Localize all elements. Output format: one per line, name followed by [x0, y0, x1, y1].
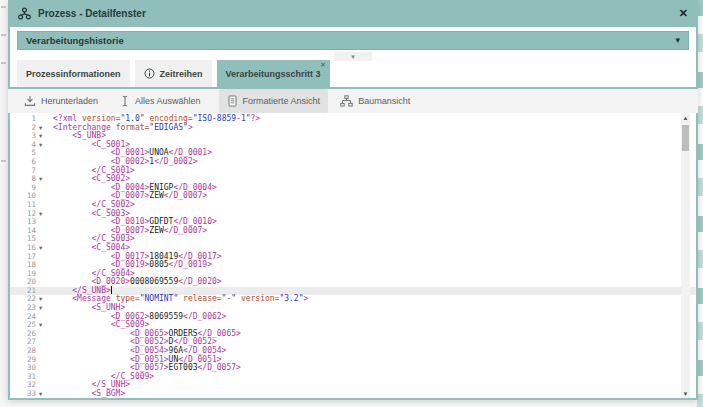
- dialog-title: Prozess - Detailfenster: [38, 8, 146, 19]
- download-icon: [24, 95, 36, 107]
- editor-scrollbar[interactable]: ▲ ▼: [681, 113, 690, 398]
- dialog-titlebar: Prozess - Detailfenster ✕: [8, 0, 698, 27]
- tree-icon: [340, 95, 353, 107]
- button-label: Formatierte Ansicht: [243, 96, 321, 106]
- fold-arrow-icon[interactable]: ▾: [36, 244, 50, 253]
- tab-label: Verarbeitungsschritt 3: [226, 69, 321, 79]
- button-label: Baumansicht: [358, 96, 410, 106]
- select-all-button[interactable]: Alles Auswählen: [112, 89, 209, 113]
- toolbar: Herunterladen Alles Auswählen Formatiert…: [8, 89, 698, 113]
- history-section-label: Verarbeitungshistorie: [26, 35, 124, 46]
- tab-strip: Prozessinformationen Zeitreihen Verarbei…: [17, 60, 330, 87]
- tab-label: Prozessinformationen: [26, 69, 121, 79]
- process-network-icon: [18, 7, 31, 20]
- fold-arrow-icon[interactable]: ▾: [36, 124, 50, 133]
- verarbeitungshistorie-header[interactable]: Verarbeitungshistorie ▾: [17, 31, 689, 50]
- process-detail-dialog: Prozess - Detailfenster ✕ Verarbeitungsh…: [8, 0, 698, 400]
- fold-arrow-icon[interactable]: ▾: [36, 210, 50, 219]
- tab-zeitreihen[interactable]: Zeitreihen: [135, 60, 212, 87]
- button-label: Alles Auswählen: [135, 96, 201, 106]
- code-line[interactable]: 2▾<Interchange format="EDIGAS">: [10, 124, 696, 133]
- fold-arrow-icon[interactable]: ▾: [36, 175, 50, 184]
- chevron-down-icon: ▾: [351, 53, 355, 60]
- code-lines: 1<?xml version="1.0" encoding="ISO-8859-…: [10, 115, 696, 398]
- code-line[interactable]: 33▾ <S_BGM>: [10, 390, 696, 398]
- fold-arrow-icon[interactable]: ▾: [36, 132, 50, 141]
- close-icon[interactable]: ✕: [679, 8, 688, 19]
- info-icon: [144, 68, 155, 79]
- tab-label: Zeitreihen: [160, 69, 203, 79]
- document-icon: [227, 95, 238, 107]
- tab-close-icon[interactable]: ✕: [320, 62, 325, 69]
- formatted-view-button[interactable]: Formatierte Ansicht: [219, 89, 329, 113]
- fold-arrow-icon[interactable]: ▾: [36, 321, 50, 330]
- collapse-handle[interactable]: ▾: [334, 52, 372, 61]
- code-text: <S_BGM>: [53, 390, 125, 398]
- scrollbar-thumb[interactable]: [682, 125, 689, 151]
- select-all-icon: [120, 95, 130, 107]
- fold-arrow-icon[interactable]: ▾: [36, 304, 50, 313]
- background-page-left-edge: [0, 0, 8, 407]
- chevron-down-icon: ▾: [675, 36, 680, 45]
- xml-editor[interactable]: 1<?xml version="1.0" encoding="ISO-8859-…: [10, 113, 696, 398]
- download-button[interactable]: Herunterladen: [16, 89, 106, 113]
- tree-view-button[interactable]: Baumansicht: [332, 89, 418, 113]
- tab-verarbeitungsschritt-3[interactable]: Verarbeitungsschritt 3 ✕: [217, 60, 330, 87]
- code-line[interactable]: 20 <D_0020>0008069559</D_0020>: [10, 278, 696, 287]
- scroll-up-icon[interactable]: ▲: [681, 113, 690, 122]
- button-label: Herunterladen: [41, 96, 98, 106]
- line-number: 33: [10, 390, 36, 398]
- fold-arrow-icon[interactable]: ▾: [36, 295, 50, 304]
- tab-prozessinformationen[interactable]: Prozessinformationen: [17, 60, 130, 87]
- fold-arrow-icon[interactable]: ▾: [36, 390, 50, 398]
- scroll-down-icon[interactable]: ▼: [681, 389, 690, 398]
- fold-arrow-icon[interactable]: ▾: [36, 141, 50, 150]
- text-cursor: [111, 286, 112, 294]
